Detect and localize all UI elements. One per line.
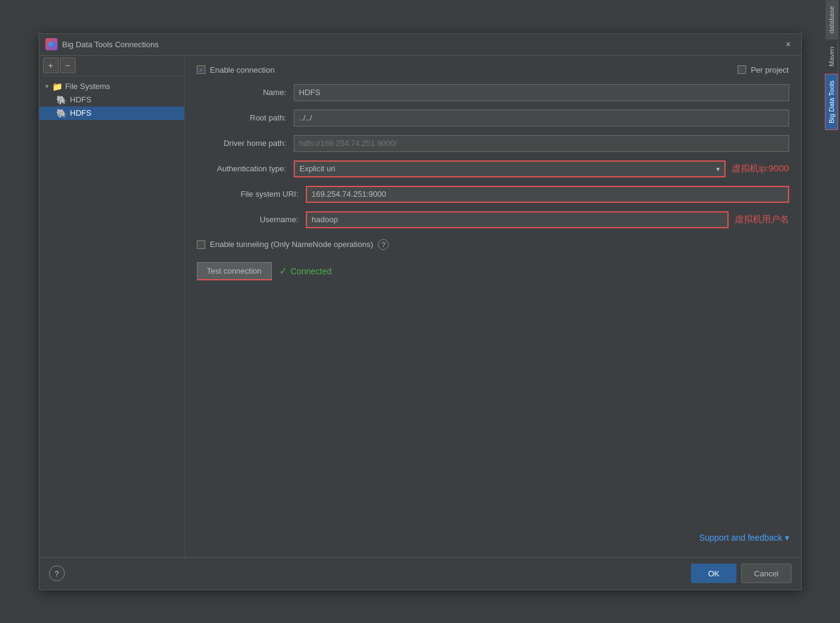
- dialog-footer: ? OK Cancel: [39, 557, 801, 590]
- database-tab[interactable]: database: [825, 0, 838, 39]
- left-toolbar: + −: [39, 56, 184, 76]
- root-path-row: Root path:: [197, 110, 789, 127]
- connected-label: Connected: [291, 266, 332, 276]
- enable-connection-left: Enable connection: [197, 65, 275, 74]
- auth-type-row: Authentication type: Explicit uri Kerber…: [197, 160, 789, 177]
- per-project-label: Per project: [751, 65, 789, 74]
- enable-connection-row: Enable connection Per project: [197, 65, 789, 74]
- tree-area: ▼ 📁 File Systems 🐘 HDFS 🐘 HDFS: [39, 76, 184, 557]
- tunneling-help-icon[interactable]: ?: [378, 239, 389, 250]
- name-input[interactable]: [294, 84, 789, 101]
- tunneling-label: Enable tunneling (Only NameNode operatio…: [210, 240, 374, 249]
- folder-icon: 📁: [52, 82, 62, 91]
- footer-help-button[interactable]: ?: [49, 565, 65, 581]
- title-bar: 🔷 Big Data Tools Connections ×: [39, 34, 801, 56]
- tree-group-filesystems: ▼ 📁 File Systems 🐘 HDFS 🐘 HDFS: [39, 79, 184, 121]
- tree-item-hdfs-2[interactable]: 🐘 HDFS: [39, 107, 184, 120]
- enable-connection-checkbox[interactable]: [197, 65, 205, 74]
- ok-button[interactable]: OK: [691, 564, 736, 583]
- auth-type-label: Authentication type:: [197, 164, 294, 173]
- support-feedback-label: Support and feedback: [699, 533, 782, 542]
- username-row: Username: 虚拟机用户名: [197, 211, 789, 228]
- file-system-uri-label: File system URI:: [221, 190, 306, 199]
- content-area: + − ▼ 📁 File Systems 🐘 HDFS: [39, 56, 801, 557]
- app-icon-text: 🔷: [48, 41, 55, 48]
- tree-group-header[interactable]: ▼ 📁 File Systems: [39, 80, 184, 93]
- bottom-spacer: [197, 292, 789, 528]
- window-title: Big Data Tools Connections: [62, 40, 159, 49]
- support-feedback-link[interactable]: Support and feedback ▾: [699, 533, 789, 542]
- right-tabs-panel: database Maven Big Data Tools: [823, 0, 840, 623]
- username-label: Username:: [221, 215, 306, 224]
- file-system-uri-row: File system URI:: [197, 186, 789, 203]
- right-panel: Enable connection Per project Name: Root…: [185, 56, 801, 557]
- close-button[interactable]: ×: [782, 38, 795, 51]
- driver-home-path-input[interactable]: [294, 135, 789, 152]
- root-path-label: Root path:: [197, 113, 294, 122]
- username-annotation: 虚拟机用户名: [735, 214, 789, 225]
- footer-right: OK Cancel: [691, 564, 791, 583]
- tunneling-checkbox[interactable]: [197, 240, 205, 249]
- bigdata-tab[interactable]: Big Data Tools: [825, 74, 838, 130]
- hdfs-icon-1: 🐘: [56, 95, 67, 105]
- name-row: Name:: [197, 84, 789, 101]
- connected-status: ✓ Connected: [279, 265, 332, 277]
- username-input[interactable]: [306, 211, 729, 228]
- add-button[interactable]: +: [43, 58, 59, 73]
- driver-home-path-row: Driver home path:: [197, 135, 789, 152]
- test-connection-row: Test connection ✓ Connected: [197, 262, 789, 280]
- chevron-icon: ▼: [44, 83, 50, 90]
- support-row: Support and feedback ▾: [197, 528, 789, 547]
- hdfs-icon-2: 🐘: [56, 108, 67, 118]
- title-bar-left: 🔷 Big Data Tools Connections: [45, 38, 159, 50]
- name-label: Name:: [197, 88, 294, 97]
- tree-group-label: File Systems: [65, 82, 110, 91]
- main-dialog: 🔷 Big Data Tools Connections × + − ▼ 📁: [39, 33, 802, 590]
- enable-connection-label: Enable connection: [210, 65, 275, 74]
- root-path-input[interactable]: [294, 110, 789, 127]
- driver-home-path-label: Driver home path:: [197, 139, 294, 148]
- footer-left: ?: [49, 565, 65, 581]
- maven-tab[interactable]: Maven: [825, 41, 838, 73]
- auth-type-select[interactable]: Explicit uri Kerberos Simple: [294, 160, 726, 177]
- file-system-uri-input[interactable]: [306, 186, 789, 203]
- dialog-wrapper: database Maven Big Data Tools 🔷 Big Data…: [0, 0, 840, 623]
- tree-item-label-2: HDFS: [70, 108, 91, 117]
- auth-type-annotation: 虚拟机ip:9000: [732, 163, 789, 174]
- support-arrow-icon: ▾: [785, 533, 789, 542]
- test-connection-button[interactable]: Test connection: [197, 262, 272, 280]
- per-project-checkbox[interactable]: [738, 65, 746, 74]
- tunneling-row: Enable tunneling (Only NameNode operatio…: [197, 237, 789, 250]
- cancel-button[interactable]: Cancel: [741, 564, 791, 583]
- tree-item-hdfs-1[interactable]: 🐘 HDFS: [39, 93, 184, 107]
- remove-button[interactable]: −: [60, 58, 76, 73]
- auth-type-select-wrapper: Explicit uri Kerberos Simple ▼: [294, 160, 726, 177]
- app-icon: 🔷: [45, 38, 58, 50]
- per-project-right: Per project: [738, 65, 789, 74]
- check-mark-icon: ✓: [279, 265, 287, 277]
- tree-item-label-1: HDFS: [70, 95, 91, 104]
- left-panel: + − ▼ 📁 File Systems 🐘 HDFS: [39, 56, 185, 557]
